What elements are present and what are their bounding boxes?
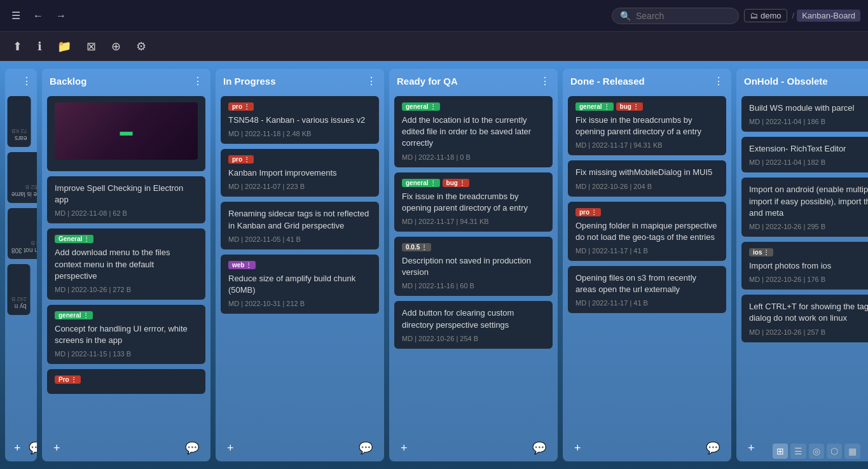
table-row[interactable]: ios ⋮ Import photos from ios MD | 2022-1… [741, 242, 868, 290]
table-row[interactable]: Renaming sidecar tags is not reflected i… [221, 202, 379, 249]
column-header: Backlog ⋮ [42, 69, 210, 94]
info-button[interactable]: ℹ [35, 37, 45, 56]
comment-button[interactable]: 💬 [181, 440, 203, 456]
settings-button[interactable]: ⚙ [134, 37, 149, 56]
partial-footer: + 💬 [5, 435, 37, 461]
column-body: general ⋮bug ⋮ Fix issue in the breadcru… [563, 94, 731, 435]
table-row[interactable]: pro ⋮ Opening folder in mapique perspect… [568, 202, 726, 261]
column-footer: + 💬 [42, 435, 210, 461]
card-image: ▬ [55, 102, 198, 160]
topbar: ☰ ← → 🔍 🗂 demo / Kanban-Board [0, 0, 868, 32]
table-row[interactable]: general ⋮ Add the location id to the cur… [394, 96, 553, 167]
comment-button[interactable]: 💬 [25, 440, 37, 456]
topbar-right: 🔍 🗂 demo / Kanban-Board [612, 8, 860, 24]
column-header-left: Backlog [50, 76, 86, 87]
card-title: Fix issue in the breadcrumbs by opening … [575, 115, 719, 137]
table-row[interactable]: Build WS module with parcel MD | 2022-11… [741, 96, 868, 132]
card-meta: MD | 2022-11-04 | 186 B [749, 118, 868, 125]
column-title: Done - Released [570, 76, 645, 87]
comment-button[interactable]: 💬 [355, 440, 376, 456]
table-row[interactable]: 0.0.5 ⋮ Description not saved in product… [394, 237, 553, 296]
card-title: Opening folder in mapique perspective do… [575, 220, 719, 243]
column-title: OnHold - Obsolete [744, 76, 828, 87]
column-menu-button[interactable]: ⋮ [193, 75, 203, 87]
table-row[interactable]: Pro ⋮ [47, 369, 205, 394]
back-button[interactable]: ← [29, 8, 47, 24]
folder-button[interactable]: 📁 [55, 37, 74, 56]
info-icon: ℹ [38, 40, 42, 53]
tag-pro: pro ⋮ [575, 208, 601, 216]
view-icon-chart[interactable]: ▦ [844, 444, 860, 459]
table-row[interactable]: Fix missing withMobileDialog in MUI5 MD … [568, 160, 726, 196]
add-card-button[interactable]: + [50, 440, 64, 456]
table-row[interactable]: Add button for clearing custom directory… [394, 301, 553, 348]
card-meta: MD | 2022-11-17 | 94.31 KB [575, 141, 719, 149]
broken-link-button[interactable]: ⊠ [84, 37, 99, 56]
card-meta: MD | 2022-11-17 | 94.31 KB [402, 218, 545, 225]
tag-pro: pro ⋮ [228, 155, 254, 164]
list-item[interactable]: ears72 KB [8, 96, 31, 147]
forward-icon: → [56, 10, 66, 22]
table-row[interactable]: general ⋮bug ⋮ Fix issue in the breadcru… [568, 96, 726, 155]
tag-bug: bug ⋮ [616, 102, 643, 111]
add-card-button[interactable]: + [10, 440, 25, 456]
card-title: Extension- RichText Editor [749, 143, 868, 155]
tag-ios: ios ⋮ [749, 248, 773, 256]
table-row[interactable]: web ⋮ Reduce size of amplify build chunk… [221, 255, 379, 314]
table-row[interactable]: ▬ [47, 96, 205, 171]
column-header-left: OnHold - Obsolete [744, 76, 828, 87]
comment-button[interactable]: 💬 [702, 440, 724, 456]
workspace-label: demo [761, 11, 782, 20]
add-card-button[interactable]: + [223, 440, 238, 456]
table-row[interactable]: Improve Spell Checking in Electron app M… [47, 176, 205, 223]
view-icon-lens[interactable]: ◎ [809, 444, 824, 459]
add-button[interactable]: ⊕ [109, 37, 123, 56]
search-input[interactable] [636, 11, 731, 21]
table-row[interactable]: general ⋮bug ⋮ Fix issue in the breadcru… [394, 172, 553, 232]
card-title: Import photos from ios [749, 260, 868, 272]
comment-button[interactable]: 💬 [528, 440, 550, 456]
card-title: Reduce size of amplify build chunk (50MB… [228, 273, 371, 296]
card-meta: MD | 2022-10-26 | 204 B [575, 183, 719, 190]
card-meta: MD | 2022-11-18 | 2.48 KB [228, 130, 371, 137]
add-icon: ⊕ [111, 40, 121, 53]
table-row[interactable]: General ⋮ Add download menu to the files… [47, 228, 205, 300]
column-menu-button[interactable]: ⋮ [540, 75, 550, 87]
column-menu-button[interactable]: ⋮ [366, 75, 376, 87]
view-icon-grid[interactable]: ⊞ [773, 444, 788, 459]
column-title: Ready for QA [397, 76, 458, 87]
table-row[interactable]: pro ⋮ TSN548 - Kanban - various issues v… [221, 96, 379, 144]
column-header: In Progress ⋮ [216, 69, 384, 94]
table-row[interactable]: pro ⋮ Kanban Import improvements MD | 20… [221, 149, 379, 197]
card-tags: pro ⋮ [228, 102, 371, 111]
view-icon-map[interactable]: ⬡ [827, 444, 842, 459]
column-header-left: In Progress [223, 76, 276, 87]
column-menu-button[interactable]: ⋮ [713, 75, 724, 87]
card-tags: general ⋮bug ⋮ [402, 179, 545, 187]
list-item[interactable]: ge is lame252 B [8, 152, 37, 203]
add-card-button[interactable]: + [570, 440, 585, 456]
column-menu-button[interactable]: ⋮ [22, 75, 32, 87]
upload-button[interactable]: ⬆ [10, 37, 25, 56]
add-card-button[interactable]: + [397, 440, 411, 456]
card-meta: MD | 2022-11-18 | 0 B [402, 153, 545, 161]
column-footer: + 💬 [216, 435, 384, 461]
workspace-selector[interactable]: 🗂 demo [744, 9, 787, 22]
menu-button[interactable]: ☰ [8, 7, 24, 24]
topbar-left: ☰ ← → [8, 7, 70, 24]
add-card-button[interactable]: + [744, 440, 759, 456]
table-row[interactable]: Import on android (enable multiple impor… [741, 178, 868, 237]
table-row[interactable]: Extension- RichText Editor MD | 2022-11-… [741, 137, 868, 172]
list-item[interactable]: with not 308308 B [8, 208, 37, 259]
view-icon-list[interactable]: ☰ [790, 444, 806, 459]
list-item[interactable]: by n242 B [8, 264, 31, 315]
card-title: Kanban Import improvements [228, 167, 371, 179]
search-bar[interactable]: 🔍 [612, 8, 739, 24]
table-row[interactable]: Opening files on s3 from recently areas … [568, 266, 726, 313]
table-row[interactable]: Left CTRL+T for showing the tagging dial… [741, 295, 868, 342]
column-title: Backlog [50, 76, 86, 87]
table-row[interactable]: general ⋮ Concept for handling UI errror… [47, 305, 205, 364]
forward-button[interactable]: → [52, 8, 70, 24]
card-meta: MD | 2022-11-16 | 60 B [402, 282, 545, 290]
card-meta: MD | 2022-10-26 | 254 B [402, 335, 545, 342]
